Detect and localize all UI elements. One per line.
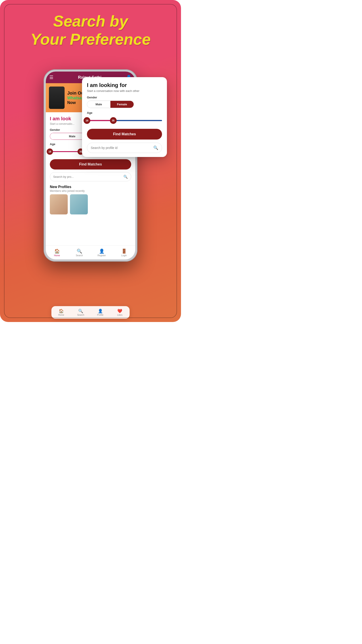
slider-fill-bg (50, 151, 81, 152)
bnav-search[interactable]: 🔍 Search (71, 306, 91, 319)
bottom-nav: 🏠 Home 🔍 Search 👤 Register 🚪 Login (46, 246, 135, 260)
find-matches-btn-bg[interactable]: Find Matches (50, 159, 131, 170)
new-profiles-title: New Profiles (50, 185, 131, 189)
home-icon: 🏠 (54, 248, 60, 254)
nav-login-label: Login (121, 254, 127, 257)
bnav-profile[interactable]: 👤 Profile (90, 306, 110, 319)
headline: Search by Your Preference (0, 0, 181, 48)
fc-search-wrap[interactable]: 🔍 (87, 143, 162, 153)
profile-thumb-2[interactable] (70, 194, 88, 214)
new-profiles-sub: Members who joined recently (50, 190, 131, 192)
nav-home[interactable]: 🏠 Home (46, 246, 68, 260)
bnav-home[interactable]: 🏠 Home (51, 306, 71, 319)
fc-slider-fill-right (113, 120, 162, 121)
fc-gender-male[interactable]: Male (87, 101, 110, 108)
bnav-search-icon: 🔍 (78, 308, 83, 314)
fc-gender-label: Gender (87, 96, 162, 99)
bnav-profile-icon: 👤 (98, 308, 103, 314)
fc-slider: 18 35 (87, 116, 162, 125)
age-min-val-bg: 18 (48, 150, 51, 153)
search-icon-bg: 🔍 (123, 175, 128, 179)
bnav-likes[interactable]: ❤️ Likes (110, 306, 130, 319)
fc-find-matches-btn[interactable]: Find Matches (87, 129, 162, 140)
banner-phone-screen (49, 86, 64, 109)
fc-search-icon: 🔍 (153, 145, 158, 150)
bnav-search-label: Search (77, 314, 84, 316)
headline-line2: Your Preference (0, 30, 181, 48)
fc-gender-toggle: Male Female (87, 100, 134, 108)
fc-age-max: 35 (112, 119, 114, 122)
profiles-grid (50, 194, 131, 214)
login-icon: 🚪 (121, 248, 127, 254)
nav-login[interactable]: 🚪 Login (113, 246, 135, 260)
slider-thumb-min-bg[interactable]: 18 (47, 148, 53, 155)
bnav-home-label: Home (58, 314, 64, 316)
nav-search-label: Search (76, 254, 83, 257)
nav-register-label: Register (97, 254, 106, 257)
search-profile-input-bg[interactable] (53, 175, 123, 178)
secondary-bottom-nav: 🏠 Home 🔍 Search 👤 Profile ❤️ Likes (51, 306, 130, 319)
bnav-likes-icon: ❤️ (117, 308, 122, 314)
fc-gender-female[interactable]: Female (110, 101, 134, 108)
search-profile-wrap-bg[interactable]: 🔍 (50, 172, 131, 181)
profile-thumb-placeholder-1 (50, 194, 68, 214)
banner-phone-image (49, 86, 64, 109)
hamburger-icon[interactable]: ☰ (49, 75, 53, 80)
headline-line1: Search by (0, 12, 181, 30)
fc-search-input[interactable] (91, 146, 153, 150)
fc-sub: Start a conversation now with each other (87, 89, 162, 92)
floating-card: I am looking for Start a conversation no… (82, 77, 167, 157)
bnav-home-icon: 🏠 (59, 308, 64, 314)
fc-age-min: 18 (86, 119, 88, 122)
register-icon: 👤 (99, 248, 105, 254)
bnav-likes-label: Likes (117, 314, 122, 316)
fc-thumb-min[interactable]: 18 (84, 117, 90, 124)
age-max-val-bg: 35 (79, 150, 82, 153)
nav-search[interactable]: 🔍 Search (68, 246, 90, 260)
profile-thumb-1[interactable] (50, 194, 68, 214)
nav-register[interactable]: 👤 Register (90, 246, 113, 260)
profile-thumb-placeholder-2 (70, 194, 88, 214)
fc-slider-fill (87, 120, 113, 121)
background: Search by Your Preference ☰ Rajput Sathi… (0, 0, 181, 322)
fc-thumb-max[interactable]: 35 (110, 117, 117, 124)
fc-title: I am looking for (87, 82, 162, 88)
nav-home-label: Home (54, 254, 60, 257)
search-nav-icon: 🔍 (77, 248, 82, 254)
bnav-profile-label: Profile (97, 314, 103, 316)
fc-age-label: Age (87, 111, 162, 114)
fc-slider-track (87, 120, 162, 121)
